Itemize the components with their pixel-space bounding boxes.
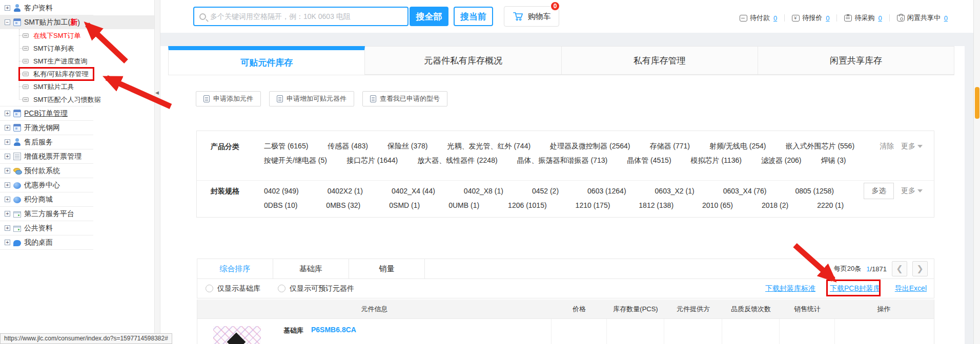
radio-icon[interactable] bbox=[206, 285, 213, 292]
sidebar-item[interactable]: +我的桌面 bbox=[0, 235, 154, 249]
expand-node-icon[interactable]: + bbox=[5, 5, 10, 11]
stat-count-link[interactable]: 0 bbox=[944, 14, 948, 22]
package-more-link[interactable]: 更多 bbox=[901, 186, 923, 196]
sidebar-item[interactable]: +增值税票开票管理 bbox=[0, 149, 154, 163]
stat-3[interactable]: 闲置共享中0 bbox=[897, 13, 948, 23]
stat-count-link[interactable]: 0 bbox=[826, 14, 829, 22]
stat-1[interactable]: 待报价0 bbox=[792, 13, 829, 23]
collapse-sidebar-icon[interactable]: ◀ bbox=[155, 90, 159, 95]
category-option[interactable]: 晶体、振荡器和谐振器 (713) bbox=[517, 156, 608, 165]
download-link-0[interactable]: 下载封装库标准 bbox=[765, 284, 815, 293]
expand-node-icon[interactable]: + bbox=[5, 182, 10, 188]
category-option[interactable]: 射频/无线电 (254) bbox=[709, 142, 766, 151]
expand-node-icon[interactable]: + bbox=[5, 154, 10, 159]
stat-count-link[interactable]: 0 bbox=[878, 14, 882, 22]
expand-node-icon[interactable]: + bbox=[5, 225, 10, 231]
expand-node-icon[interactable]: + bbox=[5, 240, 10, 245]
expand-node-icon[interactable]: + bbox=[5, 168, 10, 174]
sidebar-item[interactable]: +第三方服务平台 bbox=[0, 207, 154, 221]
category-option[interactable]: 传感器 (483) bbox=[328, 142, 368, 151]
expand-node-icon[interactable]: + bbox=[5, 197, 10, 202]
category-option[interactable]: 焊锡 (3) bbox=[821, 156, 846, 165]
package-option[interactable]: 0UMB (1) bbox=[448, 201, 479, 209]
package-option[interactable]: 0MBS (32) bbox=[326, 201, 360, 209]
stat-count-link[interactable]: 0 bbox=[773, 14, 777, 22]
search-input[interactable] bbox=[210, 12, 407, 20]
radio-filter-0[interactable]: 仅显示基础库 bbox=[206, 284, 260, 293]
sidebar-item[interactable]: −SMT贴片加工(新) bbox=[0, 15, 154, 29]
package-option[interactable]: 2010 (65) bbox=[702, 201, 733, 209]
part-number-link[interactable]: P6SMB6.8CA bbox=[311, 326, 356, 334]
package-option[interactable]: 1812 (138) bbox=[639, 201, 673, 209]
sort-tab-1[interactable]: 基础库 bbox=[273, 259, 349, 278]
sidebar-item[interactable]: +开激光钢网 bbox=[0, 121, 154, 135]
category-option[interactable]: 晶体管 (4515) bbox=[627, 156, 671, 165]
download-link-2[interactable]: 导出Excel bbox=[895, 284, 927, 293]
package-option[interactable]: 0402 (949) bbox=[264, 187, 299, 195]
search-all-button[interactable]: 搜全部 bbox=[410, 7, 448, 26]
sidebar-subitem[interactable]: SMT贴片工具 bbox=[0, 80, 154, 93]
package-option[interactable]: 0SMD (1) bbox=[389, 201, 420, 209]
sidebar-subitem[interactable]: SMT匹配个人习惯数据 bbox=[0, 93, 154, 106]
stat-2[interactable]: 待采购0 bbox=[844, 13, 882, 23]
action-button-1[interactable]: 申请增加可贴元器件 bbox=[269, 91, 354, 106]
tab-3[interactable]: 闲置共享库存 bbox=[758, 46, 954, 75]
sidebar-item[interactable]: +公共资料 bbox=[0, 221, 154, 235]
category-option[interactable]: 滤波器 (206) bbox=[761, 156, 802, 165]
expand-node-icon[interactable]: + bbox=[5, 211, 10, 217]
package-option[interactable]: 2220 (1) bbox=[817, 201, 844, 209]
prev-page-button[interactable]: ❮ bbox=[892, 261, 907, 276]
tab-1[interactable]: 元器件私有库存概况 bbox=[365, 46, 561, 75]
package-option[interactable]: 0DBS (10) bbox=[264, 201, 297, 209]
sort-tab-2[interactable]: 销量 bbox=[349, 259, 425, 278]
sidebar-item[interactable]: +PCB订单管理 bbox=[0, 106, 154, 120]
search-current-button[interactable]: 搜当前 bbox=[454, 7, 493, 26]
collapse-node-icon[interactable]: − bbox=[5, 19, 10, 25]
sidebar-item[interactable]: +积分商城 bbox=[0, 192, 154, 206]
tab-2[interactable]: 私有库存管理 bbox=[562, 46, 758, 75]
package-option[interactable]: 0452 (2) bbox=[532, 187, 559, 195]
category-option[interactable]: 放大器、线性器件 (2248) bbox=[417, 156, 497, 165]
sidebar-item[interactable]: +客户资料 bbox=[0, 1, 154, 15]
sidebar-subitem[interactable]: 在线下SMT订单 bbox=[0, 29, 154, 42]
package-option[interactable]: 0603 (1264) bbox=[587, 187, 626, 195]
tab-0[interactable]: 可贴元件库存 bbox=[168, 46, 365, 75]
sidebar-subitem[interactable]: SMT订单列表 bbox=[0, 42, 154, 55]
category-option[interactable]: 模拟芯片 (1136) bbox=[691, 156, 742, 165]
package-option[interactable]: 2018 (2) bbox=[762, 201, 788, 209]
radio-icon[interactable] bbox=[278, 285, 285, 292]
scrollbar-thumb[interactable] bbox=[975, 87, 979, 119]
category-option[interactable]: 保险丝 (378) bbox=[387, 142, 428, 151]
multi-select-button[interactable]: 多选 bbox=[864, 183, 894, 199]
clear-filter-link[interactable]: 清除 bbox=[880, 142, 894, 151]
part-image[interactable] bbox=[213, 326, 261, 344]
package-option[interactable]: 0805 (1258) bbox=[795, 187, 834, 195]
sidebar-item[interactable]: +优惠券中心 bbox=[0, 178, 154, 192]
sidebar-subitem[interactable]: SMT生产进度查询 bbox=[0, 55, 154, 68]
stat-0[interactable]: 待付款0 bbox=[740, 13, 777, 23]
next-page-button[interactable]: ❯ bbox=[912, 261, 928, 276]
download-link-1[interactable]: 下载PCB封装库 bbox=[830, 284, 881, 293]
package-option[interactable]: 1210 (175) bbox=[576, 201, 610, 209]
category-option[interactable]: 嵌入式外围芯片 (556) bbox=[786, 142, 855, 151]
scrollbar-track[interactable] bbox=[973, 0, 980, 344]
category-option[interactable]: 二极管 (6165) bbox=[264, 142, 308, 151]
sidebar-item[interactable]: +售后服务 bbox=[0, 135, 154, 149]
sidebar-splitter[interactable]: ◀ bbox=[154, 0, 160, 344]
package-option[interactable]: 1206 (1015) bbox=[508, 201, 547, 209]
category-option[interactable]: 按键开关/继电器 (5) bbox=[264, 156, 327, 165]
expand-node-icon[interactable]: + bbox=[5, 125, 10, 131]
sort-tab-0[interactable]: 综合排序 bbox=[197, 259, 273, 278]
category-option[interactable]: 存储器 (771) bbox=[649, 142, 690, 151]
table-row[interactable]: 基础库 P6SMB6.8CA bbox=[197, 319, 934, 344]
expand-node-icon[interactable]: + bbox=[5, 139, 10, 145]
category-option[interactable]: 处理器及微控制器 (2564) bbox=[550, 142, 630, 151]
package-option[interactable]: 0603_X4 (76) bbox=[723, 187, 767, 195]
expand-node-icon[interactable]: + bbox=[5, 111, 10, 116]
category-option[interactable]: 接口芯片 (1644) bbox=[346, 156, 398, 165]
package-option[interactable]: 0402_X4 (44) bbox=[392, 187, 435, 195]
sidebar-item[interactable]: +预付款系统 bbox=[0, 164, 154, 178]
package-option[interactable]: 0603_X2 (1) bbox=[655, 187, 695, 195]
sidebar-subitem[interactable]: 私有/可贴库存管理 bbox=[0, 68, 154, 80]
radio-filter-1[interactable]: 仅显示可预订元器件 bbox=[278, 284, 354, 293]
